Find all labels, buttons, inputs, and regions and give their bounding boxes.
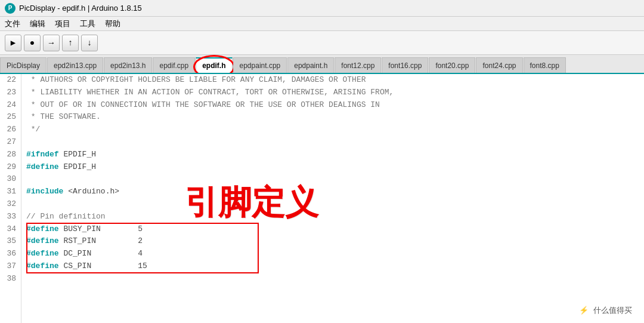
line-number: 31: [5, 186, 16, 198]
menu-bar: 文件编辑项目工具帮助: [0, 17, 644, 31]
tab-font16-cpp[interactable]: font16.cpp: [382, 57, 428, 73]
code-line: #define EPDIF_H: [26, 161, 639, 174]
tab-epd2in13-h[interactable]: epd2in13.h: [104, 57, 152, 73]
line-number: 33: [5, 211, 16, 223]
tab-epdif-cpp[interactable]: epdif.cpp: [153, 57, 195, 73]
line-number: 35: [5, 235, 16, 248]
watermark: ⚡ 什么值得买: [579, 305, 632, 316]
tab-epdpaint-h[interactable]: epdpaint.h: [287, 57, 334, 73]
window-title: PicDisplay - epdif.h | Arduino 1.8.15: [19, 4, 142, 13]
code-line: [26, 198, 639, 211]
menu-item-工具[interactable]: 工具: [80, 19, 95, 29]
code-line: #define BUSY_PIN 5: [26, 223, 639, 236]
upload-button[interactable]: ●: [24, 35, 41, 51]
active-tab-circle: [193, 55, 235, 74]
code-area: 2223242526272829303132333435363738 * AUT…: [0, 74, 644, 323]
code-line: [26, 273, 639, 285]
open-button[interactable]: ↑: [62, 35, 79, 51]
code-line: #define DC_PIN 4: [26, 248, 639, 260]
code-line: #define CS_PIN 15: [26, 260, 639, 273]
line-number: 38: [5, 273, 16, 285]
menu-item-编辑[interactable]: 编辑: [30, 19, 45, 29]
code-line: #include <Arduino.h>: [26, 186, 639, 198]
line-number: 23: [5, 87, 16, 99]
line-number: 30: [5, 173, 16, 186]
menu-item-帮助[interactable]: 帮助: [105, 19, 120, 29]
line-number: 27: [5, 136, 16, 149]
title-bar: P PicDisplay - epdif.h | Arduino 1.8.15: [0, 0, 644, 17]
app-icon: P: [5, 3, 16, 14]
line-number: 32: [5, 198, 16, 211]
tab-bar[interactable]: PicDisplayepd2in13.cppepd2in13.hepdif.cp…: [0, 55, 644, 74]
line-number: 22: [5, 74, 16, 87]
code-line: #ifndef EPDIF_H: [26, 149, 639, 161]
save-button[interactable]: ↓: [81, 35, 98, 51]
line-number: 36: [5, 248, 16, 260]
line-number: 37: [5, 260, 16, 273]
tab-font12-cpp[interactable]: font12.cpp: [335, 57, 381, 73]
code-content: * AUTHORS OR COPYRIGHT HOLDERS BE LIABLE…: [21, 74, 644, 323]
line-number: 26: [5, 124, 16, 136]
line-number: 24: [5, 99, 16, 112]
toolbar: ▶●→↑↓: [0, 31, 644, 55]
watermark-icon: ⚡: [579, 306, 589, 315]
code-line: // Pin definition: [26, 211, 639, 223]
menu-item-文件[interactable]: 文件: [5, 19, 20, 29]
code-line: [26, 136, 639, 149]
code-line: * AUTHORS OR COPYRIGHT HOLDERS BE LIABLE…: [26, 74, 639, 87]
verify-button[interactable]: ▶: [5, 35, 21, 51]
code-line: * THE SOFTWARE.: [26, 111, 639, 124]
code-line: * OUT OF OR IN CONNECTION WITH THE SOFTW…: [26, 99, 639, 112]
code-line: */: [26, 124, 639, 136]
tab-PicDisplay[interactable]: PicDisplay: [0, 57, 47, 73]
line-number: 28: [5, 149, 16, 161]
watermark-text: 什么值得买: [593, 306, 632, 315]
code-line: #define RST_PIN 2: [26, 235, 639, 248]
line-numbers: 2223242526272829303132333435363738: [0, 74, 21, 323]
tab-font24-cpp[interactable]: font24.cpp: [476, 57, 522, 73]
code-line: * LIABILITY WHETHER IN AN ACTION OF CONT…: [26, 87, 639, 99]
line-number: 25: [5, 111, 16, 124]
tab-epdif-h[interactable]: epdif.h: [196, 57, 232, 73]
line-number: 29: [5, 161, 16, 174]
tab-epd2in13-cpp[interactable]: epd2in13.cpp: [47, 57, 103, 73]
code-line: [26, 173, 639, 186]
line-number: 34: [5, 223, 16, 236]
menu-item-项目[interactable]: 项目: [55, 19, 70, 29]
tab-font8-cpp[interactable]: font8.cpp: [524, 57, 566, 73]
tab-font20-cpp[interactable]: font20.cpp: [429, 57, 475, 73]
tab-epdpaint-cpp[interactable]: epdpaint.cpp: [233, 57, 287, 73]
code-editor: 2223242526272829303132333435363738 * AUT…: [0, 74, 644, 323]
new-button[interactable]: →: [43, 35, 60, 51]
